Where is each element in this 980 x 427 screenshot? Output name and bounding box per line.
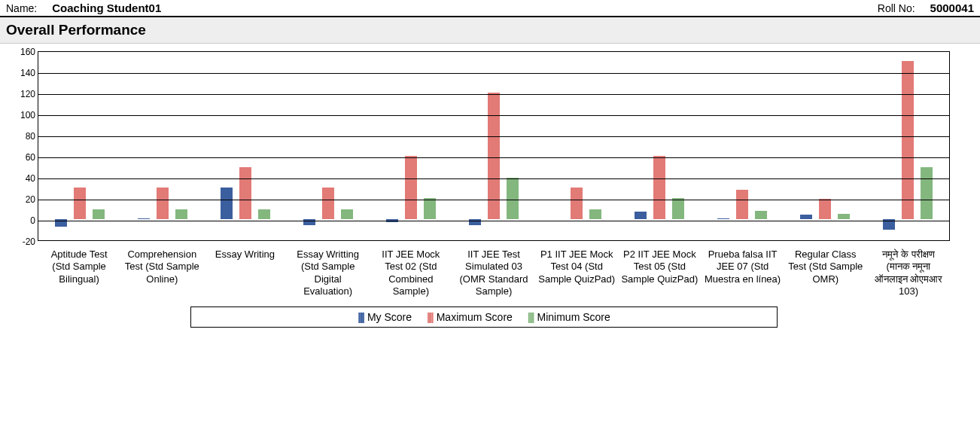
chart: -20020406080100120140160 Aptitude Test (… xyxy=(0,44,980,334)
bar-max xyxy=(902,61,914,219)
grid-line xyxy=(38,200,949,200)
section-title: Overall Performance xyxy=(0,17,980,44)
legend-label-max: Maximum Score xyxy=(437,311,513,323)
x-tick-label: P1 IIT JEE Mock Test 04 (Std Sample Quiz… xyxy=(535,249,618,297)
bar-max xyxy=(736,190,748,219)
x-tick-label: Aptitude Test (Std Sample Bilingual) xyxy=(38,249,120,297)
x-tick-label: नमूने के परीक्षण (मानक नमूना ऑनलाइन ओएमआ… xyxy=(867,249,950,297)
x-tick-label: IIT JEE Mock Test 02 (Std Combined Sampl… xyxy=(370,249,452,297)
bar-min xyxy=(755,211,767,219)
y-tick-label: 120 xyxy=(8,89,35,99)
plot-area: -20020406080100120140160 xyxy=(38,51,950,241)
bar-max xyxy=(405,156,417,219)
y-tick-label: 160 xyxy=(8,47,35,57)
grid-line xyxy=(38,157,949,158)
bar-min xyxy=(341,209,353,219)
x-tick-label: P2 IIT JEE Mock Test 05 (Std Sample Quiz… xyxy=(618,249,701,297)
y-tick-label: 60 xyxy=(8,152,35,163)
header-row: Name: Coaching Student01 Roll No: 500004… xyxy=(0,0,980,17)
name-value: Coaching Student01 xyxy=(52,2,161,14)
bar-max xyxy=(322,188,334,219)
bar-min xyxy=(507,178,519,219)
bar-min xyxy=(672,198,684,219)
legend-item-my-score: |||| My Score xyxy=(358,311,412,323)
bar-min xyxy=(93,209,105,219)
x-tick-label: IIT JEE Test Simulated 03 (OMR Standard … xyxy=(452,249,535,297)
bar-my xyxy=(138,218,150,219)
legend-item-min-score: |||| Minimum Score xyxy=(528,311,610,323)
y-tick-label: 140 xyxy=(8,68,35,78)
bar-swatch-icon: |||| xyxy=(528,312,534,322)
y-tick-label: 20 xyxy=(8,194,35,205)
bar-max xyxy=(74,188,86,219)
name-label: Name: xyxy=(6,2,37,14)
bar-min xyxy=(258,209,270,219)
bar-max xyxy=(819,199,831,219)
grid-line xyxy=(38,178,949,179)
bar-min xyxy=(175,209,187,219)
legend-label-min: Minimum Score xyxy=(537,311,610,323)
bar-max xyxy=(653,156,665,219)
grid-line xyxy=(38,94,949,95)
legend: |||| My Score |||| Maximum Score |||| Mi… xyxy=(190,307,778,328)
bar-my xyxy=(221,188,233,219)
y-tick-label: -20 xyxy=(8,236,35,247)
grid-line xyxy=(38,221,949,221)
bar-max xyxy=(571,188,583,219)
bar-max xyxy=(157,188,169,219)
bar-swatch-icon: |||| xyxy=(358,312,364,322)
grid-line xyxy=(38,73,949,74)
grid-line xyxy=(38,115,949,116)
roll-value: 5000041 xyxy=(930,2,974,14)
x-tick-label: Essay Writting (Std Sample Digital Evalu… xyxy=(287,249,370,297)
bar-min xyxy=(589,209,601,219)
bar-min xyxy=(921,167,933,219)
bar-my xyxy=(800,215,812,219)
x-axis-labels: Aptitude Test (Std Sample Bilingual)Comp… xyxy=(38,249,950,297)
legend-label-my: My Score xyxy=(367,311,412,323)
bar-my xyxy=(635,212,647,219)
x-tick-label: Comprehension Test (Std Sample Online) xyxy=(120,249,203,297)
roll-label: Roll No: xyxy=(878,2,915,14)
legend-item-max-score: |||| Maximum Score xyxy=(427,311,513,323)
y-tick-label: 80 xyxy=(8,131,35,142)
x-tick-label: Regular Class Test (Std Sample OMR) xyxy=(784,249,867,297)
x-tick-label: Essay Writing xyxy=(203,249,286,297)
y-tick-label: 40 xyxy=(8,173,35,184)
y-tick-label: 100 xyxy=(8,110,35,120)
grid-line xyxy=(38,136,949,137)
x-tick-label: Prueba falsa IIT JEE 07 (Std Muestra en … xyxy=(702,249,784,297)
bar-min xyxy=(838,214,850,219)
bar-my xyxy=(717,218,729,219)
bar-min xyxy=(424,198,436,219)
bar-swatch-icon: |||| xyxy=(427,312,433,322)
bar-max xyxy=(239,167,251,219)
y-tick-label: 0 xyxy=(8,215,35,226)
